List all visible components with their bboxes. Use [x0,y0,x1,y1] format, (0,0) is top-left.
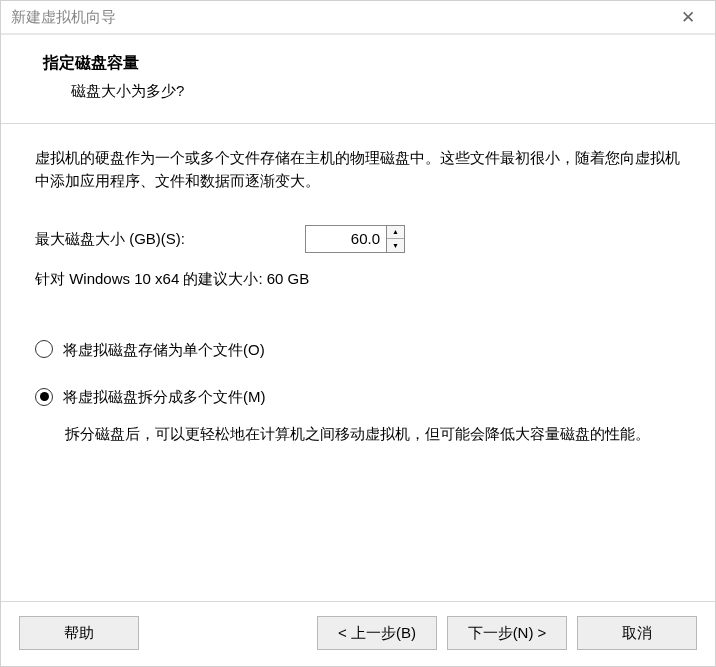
titlebar: 新建虚拟机向导 ✕ [1,1,715,35]
back-button[interactable]: < 上一步(B) [317,616,437,650]
disk-size-spinner: ▲ ▼ [305,225,405,253]
footer: 帮助 < 上一步(B) 下一步(N) > 取消 [1,601,715,666]
next-button[interactable]: 下一步(N) > [447,616,567,650]
split-description-text: 拆分磁盘后，可以更轻松地在计算机之间移动虚拟机，但可能会降低大容量磁盘的性能。 [65,422,681,445]
cancel-button[interactable]: 取消 [577,616,697,650]
radio-split-files[interactable]: 将虚拟磁盘拆分成多个文件(M) [35,385,681,408]
close-icon[interactable]: ✕ [673,3,703,32]
radio-single-file[interactable]: 将虚拟磁盘存储为单个文件(O) [35,338,681,361]
spinner-up-icon[interactable]: ▲ [387,226,404,240]
radio-icon [35,340,53,358]
spinner-down-icon[interactable]: ▼ [387,239,404,252]
disk-size-input[interactable] [305,225,387,253]
radio-single-label: 将虚拟磁盘存储为单个文件(O) [63,338,265,361]
help-button[interactable]: 帮助 [19,616,139,650]
header-area: 指定磁盘容量 磁盘大小为多少? [1,35,715,124]
disk-size-row: 最大磁盘大小 (GB)(S): ▲ ▼ [35,225,681,253]
content-area: 虚拟机的硬盘作为一个或多个文件存储在主机的物理磁盘中。这些文件最初很小，随着您向… [1,124,715,601]
wizard-window: 新建虚拟机向导 ✕ 指定磁盘容量 磁盘大小为多少? 虚拟机的硬盘作为一个或多个文… [0,0,716,667]
spinner-buttons: ▲ ▼ [387,225,405,253]
page-subtitle: 磁盘大小为多少? [71,82,685,101]
recommended-size-text: 针对 Windows 10 x64 的建议大小: 60 GB [35,267,681,290]
radio-selected-dot [40,392,49,401]
window-title: 新建虚拟机向导 [11,8,116,27]
radio-icon [35,388,53,406]
radio-split-label: 将虚拟磁盘拆分成多个文件(M) [63,385,266,408]
description-text: 虚拟机的硬盘作为一个或多个文件存储在主机的物理磁盘中。这些文件最初很小，随着您向… [35,146,681,193]
disk-size-label: 最大磁盘大小 (GB)(S): [35,227,305,250]
page-title: 指定磁盘容量 [43,53,685,74]
